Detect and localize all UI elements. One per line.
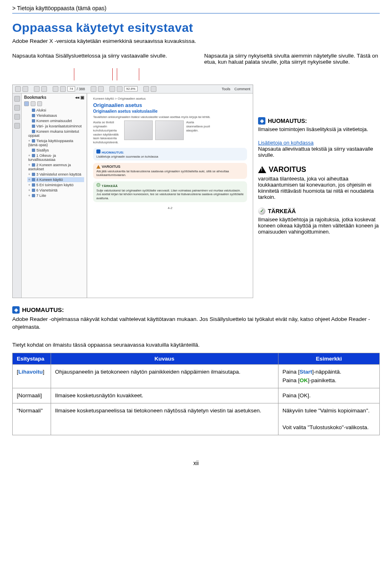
bookmark-item: Yleiskatsaus xyxy=(27,113,84,118)
breadcrumb: > Tietoja käyttöoppaasta (tämä opas) xyxy=(12,5,380,11)
illus-caption-right: Aseta skannattava puoli alaspäin. xyxy=(186,120,211,132)
leader-lines xyxy=(12,68,380,80)
forward-icon xyxy=(98,86,104,92)
callout-note: ◈HUOMAUTUS: Ilmaisee toimintojen lisäsel… xyxy=(258,117,380,132)
signatures-pane-icon xyxy=(14,123,20,129)
mail-icon xyxy=(41,86,47,92)
inline-warn-box: VAROITUS Älä jätä valotuskantta tai lisä… xyxy=(93,163,247,179)
bookmarks-panel: Bookmarks ◂◂ ▣ AluksiYleiskatsausKoneen … xyxy=(22,94,87,298)
crossref-link[interactable]: Lisätietoja on kohdassa xyxy=(258,140,314,146)
reader-page-preview: Koneen käyttö > Originaalien asetus Orig… xyxy=(87,94,253,298)
th-desc: Kuvaus xyxy=(51,353,278,365)
th-example: Esimerkki xyxy=(278,353,379,365)
page-h1: Originaalien asetus xyxy=(93,102,247,108)
illus-caption-left: Aseta se tiiviisti originaalin kohdistus… xyxy=(93,120,122,145)
printer-illustration xyxy=(155,120,184,140)
bm-toolbar-icon xyxy=(24,101,29,106)
page-current: 74 xyxy=(67,86,75,91)
page-title: Oppaassa käytetyt esitystavat xyxy=(12,21,380,35)
tools-label: Tools xyxy=(222,87,230,91)
reader-toolbar: 74 / 388 92.8% Tools Comment xyxy=(13,85,253,94)
fit-icon xyxy=(143,86,149,92)
bm-toolbar-icon xyxy=(31,101,36,106)
table-row: [Lihavoitu] Ohjauspaneelin ja tietokonee… xyxy=(13,365,380,388)
warning-icon xyxy=(258,166,266,173)
hand-icon xyxy=(151,86,156,92)
intro-text: Adobe Reader X -versiota käytetään esime… xyxy=(12,37,380,45)
sidebar-iconstrip xyxy=(13,94,22,298)
bookmarks-pane-icon xyxy=(14,105,20,111)
printer-illustration xyxy=(124,120,153,140)
th-style: Esitystapa xyxy=(13,353,51,365)
adobe-reader-screenshot: 74 / 388 92.8% Tools Comment xyxy=(12,85,253,298)
print-icon xyxy=(34,86,40,92)
bookmark-item: +7 Liite xyxy=(27,193,84,198)
bookmark-item: Koneen ominaisuudet xyxy=(27,118,84,123)
bookmarks-list: AluksiYleiskatsausKoneen ominaisuudetVär… xyxy=(24,108,84,198)
divider xyxy=(12,13,380,13)
bookmark-item: +Tietoja käyttöoppaasta (tämä opas) xyxy=(27,138,84,147)
bookmarks-title: Bookmarks xyxy=(24,95,46,100)
callout-left: Napsauta kohtaa Sisällysluettelossa ja s… xyxy=(12,53,188,65)
zoom-in-icon xyxy=(117,86,122,92)
table-row: [Normaali] Ilmaisee kosketusnäytön kuvak… xyxy=(13,388,380,403)
main-note: ◈HUOMAUTUS: Adobe Reader -ohjelmassa näk… xyxy=(12,306,380,331)
page-crumb: Koneen käyttö > Originaalien asetus xyxy=(93,97,247,100)
page-h2: Originaalien asetus valotuslasille xyxy=(93,109,247,114)
attachments-pane-icon xyxy=(14,114,20,120)
bookmark-item: +3 Valmistelut ennen käyttöä xyxy=(27,172,84,177)
bookmark-item: +5 Eri toimintojen käyttö xyxy=(27,183,84,187)
inline-important-box: TÄRKEÄÄ Sulje valotuskansi tai originaal… xyxy=(93,181,247,202)
comment-label: Comment xyxy=(234,87,250,91)
callout-warning: VAROITUS varoittaa tilanteesta, joka voi… xyxy=(258,165,380,200)
bookmark-item: +4 Koneen käyttö xyxy=(27,177,84,182)
bm-toolbar-icon xyxy=(37,101,42,106)
nav-down-icon xyxy=(60,86,66,92)
toolbar-button-icon xyxy=(15,86,21,92)
important-icon: ✓ xyxy=(258,207,265,215)
table-row: "Normaali" Ilmaisee kosketuspaneelissa t… xyxy=(13,403,380,435)
bookmarks-close-icon: ◂◂ ▣ xyxy=(75,95,84,100)
callout-right: Napsauta ja siirry nykyiseltä sivulta ai… xyxy=(204,53,380,65)
nav-up-icon xyxy=(53,86,58,92)
back-icon xyxy=(91,86,96,92)
note-icon: ◈ xyxy=(258,117,265,125)
page-body: Tavallisten arkkioriginaalien lisäksi va… xyxy=(93,115,247,119)
page-total: / 388 xyxy=(77,87,85,91)
inline-note-box: HUOMAUTUS: Lisätietoja originaalin suunn… xyxy=(93,148,247,160)
toolbar-button-icon xyxy=(22,86,28,92)
callout-important: ✓TÄRKEÄÄ Ilmaisee käyttöehtoja ja rajoit… xyxy=(258,207,380,235)
bookmark-item: Aluksi xyxy=(27,108,84,113)
table-intro: Tietyt kohdat on ilmaistu tässä oppaassa… xyxy=(12,341,380,349)
zoom-out-icon xyxy=(109,86,115,92)
zoom-level: 92.8% xyxy=(124,86,138,91)
pages-pane-icon xyxy=(14,96,20,102)
conventions-table: Esitystapa Kuvaus Esimerkki [Lihavoitu] … xyxy=(12,353,380,435)
bookmark-item: +2 Koneen asennus ja asetukset xyxy=(27,163,84,171)
footer-page-number: xii xyxy=(12,460,380,466)
bookmark-item: +1 Oikeus- ja turvallisuusasiaa xyxy=(27,153,84,162)
callout-link: Lisätietoja on kohdassa Napsauta allevii… xyxy=(258,140,380,158)
bookmark-item: Sisällys xyxy=(27,148,84,153)
note-icon: ◈ xyxy=(12,306,20,314)
bookmark-item: Koneen mukana toimitetut oppaat xyxy=(27,129,84,138)
page-number: 4-2 xyxy=(93,206,247,210)
bookmark-item: Väri- ja kuvanlaatutoiminnot xyxy=(27,124,84,129)
bookmark-item: +6 Vianetsintä xyxy=(27,188,84,193)
